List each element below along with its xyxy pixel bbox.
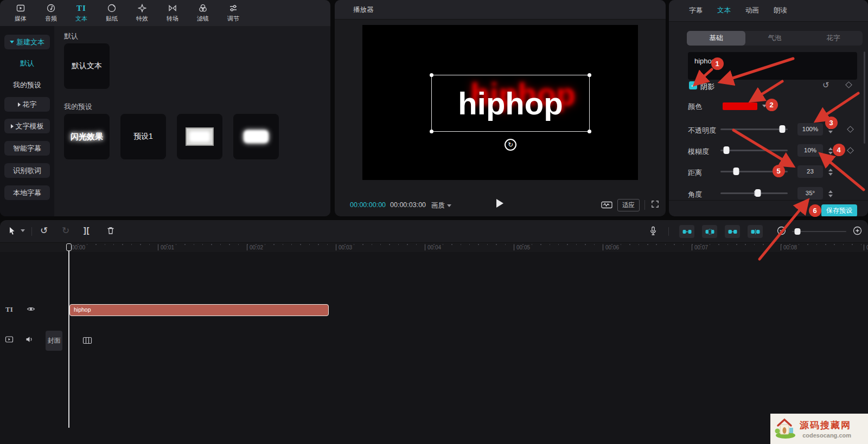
- opacity-slider-thumb[interactable]: [780, 125, 786, 133]
- keyframe-icon[interactable]: [845, 81, 852, 88]
- angle-stepper[interactable]: [827, 188, 834, 200]
- step-down-icon[interactable]: [828, 131, 833, 133]
- angle-slider[interactable]: [720, 192, 788, 194]
- tile-preset-glow-blob[interactable]: [233, 114, 279, 159]
- track-mute-speaker-icon[interactable]: [25, 335, 34, 346]
- select-tool-icon[interactable]: [8, 226, 16, 238]
- subtab-fancy[interactable]: 花字: [804, 31, 863, 46]
- blur-stepper[interactable]: [827, 145, 834, 157]
- play-button[interactable]: [496, 199, 503, 208]
- zoom-in-icon[interactable]: [853, 226, 862, 237]
- film-strip-icon[interactable]: [82, 336, 92, 347]
- opacity-slider[interactable]: [720, 128, 788, 130]
- scrollbar[interactable]: [864, 52, 865, 144]
- text-selection-box[interactable]: hiphop ↻: [431, 75, 590, 132]
- opacity-stepper[interactable]: [827, 124, 834, 136]
- tab-text[interactable]: 文本: [717, 6, 731, 15]
- video-track-type-icon[interactable]: [5, 335, 14, 346]
- zoom-out-icon[interactable]: [777, 226, 786, 237]
- keyframe-icon[interactable]: [847, 126, 854, 133]
- inspector-subtabs: 基础 气泡 花字: [687, 31, 863, 46]
- link-clips-toggle-icon[interactable]: [725, 225, 740, 238]
- resize-handle[interactable]: [588, 73, 591, 77]
- blur-slider[interactable]: [720, 150, 788, 151]
- undo-icon[interactable]: ↺: [40, 226, 48, 236]
- step-down-icon[interactable]: [828, 173, 833, 176]
- timeline-ruler[interactable]: 00:00 00:01 00:02 00:03 00:04 00:05 00:0…: [0, 243, 868, 252]
- rotate-handle[interactable]: ↻: [505, 139, 516, 151]
- tile-preset-glow-box[interactable]: [177, 114, 222, 159]
- shadow-checkbox[interactable]: ✓: [689, 81, 697, 89]
- tile-preset-flash-effect[interactable]: 闪光效果: [64, 114, 110, 159]
- toolbar-item-media[interactable]: 媒体: [5, 0, 36, 26]
- step-down-icon[interactable]: [828, 152, 833, 155]
- toolbar-item-adjust[interactable]: 调节: [218, 0, 248, 26]
- angle-value[interactable]: 35°: [797, 187, 823, 200]
- timeline-zoom-thumb[interactable]: [795, 228, 801, 235]
- step-up-icon[interactable]: [828, 126, 833, 129]
- tab-animation[interactable]: 动画: [745, 6, 759, 15]
- subtab-bubble[interactable]: 气泡: [745, 31, 804, 46]
- step-up-icon[interactable]: [828, 147, 833, 150]
- distance-value[interactable]: 23: [797, 165, 823, 178]
- distance-slider[interactable]: [720, 171, 788, 172]
- select-tool-chevron-icon[interactable]: [21, 229, 25, 232]
- angle-slider-thumb[interactable]: [755, 189, 761, 197]
- chevron-down-icon[interactable]: [762, 105, 767, 107]
- subtab-basic[interactable]: 基础: [687, 31, 745, 46]
- save-preset-button[interactable]: 保存预设: [821, 204, 857, 216]
- preview-snap-toggle-icon[interactable]: [702, 225, 717, 238]
- timeline-text-clip[interactable]: hiphop: [69, 304, 329, 316]
- toolbar-item-effects[interactable]: 特效: [127, 0, 157, 26]
- fullscreen-icon[interactable]: [651, 200, 659, 210]
- redo-icon[interactable]: ↻: [62, 226, 69, 236]
- split-preview-toggle-icon[interactable]: [748, 225, 763, 238]
- snap-head-toggle-icon[interactable]: [679, 225, 694, 238]
- step-up-icon[interactable]: [828, 190, 833, 193]
- sidebar-item-fancy-text[interactable]: 花字: [4, 97, 50, 112]
- quality-dropdown[interactable]: 画质: [431, 201, 451, 210]
- color-swatch[interactable]: [723, 102, 757, 110]
- resize-handle[interactable]: [430, 73, 433, 77]
- step-up-icon[interactable]: [828, 169, 833, 171]
- split-clip-icon[interactable]: ][: [84, 226, 90, 235]
- reset-icon[interactable]: ↺: [822, 80, 829, 90]
- delete-icon[interactable]: [106, 226, 115, 237]
- sidebar-item-new-text[interactable]: 新建文本: [4, 35, 50, 49]
- track-visibility-eye-icon[interactable]: [26, 305, 36, 316]
- fit-button[interactable]: 适应: [617, 199, 640, 211]
- sidebar-item-local-subtitles[interactable]: 本地字幕: [4, 185, 50, 200]
- keyframe-icon[interactable]: [847, 147, 854, 154]
- text-content-input[interactable]: hiphop: [688, 52, 857, 80]
- distance-slider-thumb[interactable]: [733, 168, 739, 175]
- tile-preset-1[interactable]: 预设1: [120, 114, 166, 159]
- toolbar-item-transition[interactable]: 转场: [157, 0, 188, 26]
- watermark-domain: codesocang.com: [800, 432, 851, 439]
- distance-stepper[interactable]: [827, 166, 834, 178]
- step-down-icon[interactable]: [828, 195, 833, 197]
- sidebar-item-my-presets[interactable]: 我的预设: [4, 78, 50, 92]
- video-preview[interactable]: hiphop ↻: [362, 25, 638, 180]
- sidebar-item-smart-subtitles[interactable]: 智能字幕: [4, 141, 50, 156]
- blur-value[interactable]: 10%: [797, 144, 823, 157]
- tab-subtitle[interactable]: 字幕: [689, 6, 703, 15]
- waveform-toggle-icon[interactable]: [601, 201, 612, 211]
- resize-handle[interactable]: [430, 130, 433, 133]
- sidebar-item-text-templates[interactable]: 文字模板: [4, 119, 50, 133]
- blur-slider-thumb[interactable]: [724, 146, 730, 154]
- toolbar-item-audio[interactable]: 音频: [36, 0, 66, 26]
- sidebar-item-default[interactable]: 默认: [4, 56, 50, 70]
- resize-handle[interactable]: [588, 130, 591, 133]
- toolbar-item-sticker[interactable]: 贴纸: [97, 0, 127, 26]
- tile-default-text[interactable]: 默认文本: [64, 43, 110, 89]
- cover-button[interactable]: 封面: [46, 331, 62, 351]
- playhead-handle[interactable]: [66, 243, 72, 251]
- ruler-label: 00:02: [247, 244, 263, 250]
- tab-read-aloud[interactable]: 朗读: [774, 6, 787, 15]
- toolbar-item-filter[interactable]: 滤镜: [188, 0, 218, 26]
- sidebar-item-recognize-lyrics[interactable]: 识别歌词: [4, 163, 50, 178]
- record-voiceover-icon[interactable]: [649, 226, 658, 238]
- toolbar-item-text[interactable]: TI 文本: [66, 0, 97, 26]
- timeline-zoom-slider[interactable]: [792, 231, 846, 232]
- opacity-value[interactable]: 100%: [797, 123, 823, 136]
